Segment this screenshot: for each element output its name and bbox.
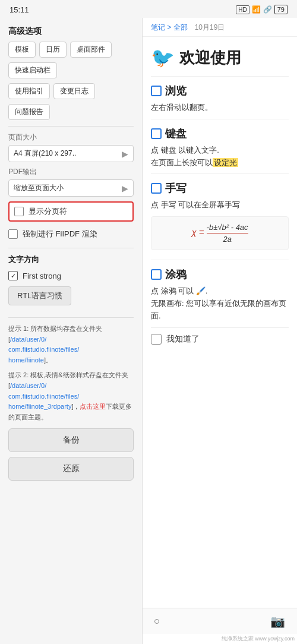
show-pagebreak-row[interactable]: 显示分页符	[8, 201, 134, 222]
breadcrumb: 笔记 > 全部	[151, 23, 188, 33]
download-theme-link[interactable]: 点击这里	[80, 403, 106, 410]
browse-desc: 左右滑动以翻页。	[151, 102, 289, 114]
template-button[interactable]: 模板	[8, 42, 36, 58]
show-pagebreak-checkbox[interactable]	[14, 207, 24, 216]
formula-numerator: -b±√b² - 4ac	[207, 223, 248, 233]
pdf-output-value: 缩放至页面大小	[14, 183, 64, 193]
bird-icon: 🐦	[151, 46, 175, 69]
backup-button[interactable]: 备份	[8, 428, 134, 452]
handwrite-section: 手写 点 手写 可以在全屏幕手写 χ = -b±√b² - 4ac 2a	[151, 174, 289, 260]
pdf-output-value-row[interactable]: 缩放至页面大小 ▶	[8, 179, 134, 197]
restore-button[interactable]: 还原	[8, 457, 134, 481]
keyboard-desc1: 点 键盘 以键入文字.	[151, 144, 289, 157]
bottom-nav: 📷	[143, 608, 297, 634]
issue-report-button[interactable]: 问题报告	[8, 104, 50, 120]
hint1-text: 提示 1: 所有数据均存盘在文件夹[/data/user/0/com.fiist…	[8, 324, 134, 365]
hd-badge: HD	[236, 5, 249, 14]
know-it-row: 我知道了	[151, 328, 289, 351]
formula-area: χ = -b±√b² - 4ac 2a	[151, 216, 289, 250]
first-strong-checkbox[interactable]	[8, 271, 18, 280]
force-fiipdf-checkbox[interactable]	[8, 229, 18, 239]
handwrite-desc: 点 手写 可以在全屏幕手写	[151, 199, 289, 211]
nav-dot	[154, 619, 159, 624]
status-icons: HD 📶 🔗 79	[236, 5, 287, 14]
guide-row: 使用指引 变更日志	[8, 83, 134, 99]
left-panel: 高级选项 模板 日历 桌面部件 快速启动栏 使用指引 变更日志 问题报告 页面大…	[0, 18, 143, 644]
keyboard-desc2: 在页面上长按可以设定光	[151, 157, 289, 169]
know-it-checkbox[interactable]	[151, 334, 162, 345]
first-strong-row: First strong	[8, 269, 134, 283]
quick-launch-row: 快速启动栏	[8, 62, 134, 78]
status-bar: 15:11 HD 📶 🔗 79	[0, 0, 297, 18]
pdf-output-label: PDF输出	[8, 167, 134, 177]
pdf-output-arrow: ▶	[122, 184, 128, 193]
wifi-icon: 🔗	[263, 5, 272, 14]
page-size-label: 页面大小	[8, 132, 134, 143]
browse-icon	[151, 86, 162, 96]
doodle-desc2: 无限画布: 您可以享有近似无限的画布页面.	[151, 298, 289, 323]
bottom-buttons: 备份 还原	[8, 428, 134, 481]
force-fiipdf-label: 强制进行 FiIPDF 渲染	[23, 229, 97, 239]
handwrite-icon	[151, 183, 162, 194]
changelog-button[interactable]: 变更日志	[53, 83, 95, 99]
watermark: 纯净系统之家 www.ycwjzy.com	[143, 634, 297, 644]
page-size-arrow: ▶	[122, 149, 128, 159]
keyboard-icon	[151, 128, 162, 139]
desktop-widget-button[interactable]: 桌面部件	[70, 42, 112, 58]
force-fiipdf-row: 强制进行 FiIPDF 渲染	[8, 226, 134, 242]
welcome-text: 欢迎使用	[179, 48, 241, 68]
doodle-desc1: 点 涂鸦 可以 🖌️.	[151, 285, 289, 298]
formula-denominator: 2a	[207, 233, 248, 244]
divider-3	[8, 317, 134, 318]
usage-guide-button[interactable]: 使用指引	[8, 83, 50, 99]
doodle-icon	[151, 269, 162, 280]
camera-icon[interactable]: 📷	[270, 614, 285, 629]
signal-icon: 📶	[252, 5, 261, 14]
calendar-button[interactable]: 日历	[39, 42, 67, 58]
welcome-section: 🐦 欢迎使用	[151, 37, 289, 77]
advanced-options-title: 高级选项	[8, 26, 134, 37]
note-header: 笔记 > 全部 10月19日	[143, 18, 297, 37]
browse-section: 浏览 左右滑动以翻页。	[151, 77, 289, 119]
page-size-value-row[interactable]: A4 直屏(210 x 297.. ▶	[8, 145, 134, 162]
rtl-habit-button[interactable]: RTL语言习惯	[8, 286, 71, 305]
hint1-link[interactable]: /data/user/0/com.fiistudio.fiinote/files…	[8, 336, 79, 364]
right-panel: 笔记 > 全部 10月19日 🐦 欢迎使用 浏览 左右滑动以翻页。	[143, 18, 297, 644]
keyboard-section: 键盘 点 键盘 以键入文字. 在页面上长按可以设定光	[151, 119, 289, 175]
divider-2	[8, 248, 134, 248]
handwrite-title: 手写	[151, 181, 289, 195]
battery-icon: 79	[274, 5, 287, 14]
formula-fraction: -b±√b² - 4ac 2a	[207, 223, 248, 244]
time: 15:11	[10, 5, 29, 14]
advanced-buttons-row: 模板 日历 桌面部件	[8, 42, 134, 58]
doodle-section: 涂鸦 点 涂鸦 可以 🖌️. 无限画布: 您可以享有近似无限的画布页面.	[151, 260, 289, 327]
page-size-value: A4 直屏(210 x 297..	[14, 149, 76, 159]
note-content: 🐦 欢迎使用 浏览 左右滑动以翻页。 键盘 点 键盘 以键入文字.	[143, 37, 297, 608]
battery-level: 79	[274, 5, 287, 14]
text-direction-title: 文字方向	[8, 254, 134, 265]
first-strong-label: First strong	[23, 272, 61, 280]
know-it-label: 我知道了	[166, 334, 200, 345]
note-date: 10月19日	[195, 23, 225, 33]
browse-title: 浏览	[151, 84, 289, 98]
show-pagebreak-label: 显示分页符	[29, 206, 67, 217]
divider-1	[8, 126, 134, 127]
hint2-text: 提示 2: 模板,表情&纸张样式存盘在文件夹[/data/user/0/com.…	[8, 370, 134, 422]
formula-lhs: χ =	[191, 228, 206, 238]
keyboard-title: 键盘	[151, 127, 289, 141]
doodle-title: 涂鸦	[151, 267, 289, 282]
hint2-link[interactable]: /data/user/0/com.fiistudio.fiinote/files…	[8, 382, 79, 410]
quick-launch-button[interactable]: 快速启动栏	[8, 62, 57, 78]
highlight-text: 设定光	[213, 158, 238, 167]
report-row: 问题报告	[8, 104, 134, 120]
paint-icon: 🖌️	[196, 286, 206, 295]
